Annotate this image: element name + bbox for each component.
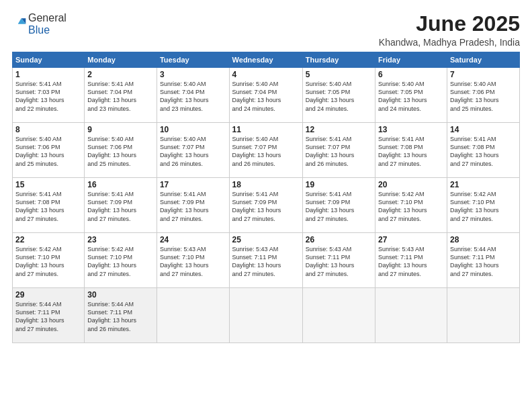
day-number: 20: [378, 180, 444, 189]
calendar-cell: 15Sunrise: 5:41 AMSunset: 7:08 PMDayligh…: [13, 178, 85, 233]
calendar-cell: 28Sunrise: 5:44 AMSunset: 7:11 PMDayligh…: [447, 233, 519, 288]
header: General Blue June 2025 Khandwa, Madhya P…: [12, 12, 520, 48]
calendar-cell: 26Sunrise: 5:43 AMSunset: 7:11 PMDayligh…: [302, 233, 375, 288]
logo-text: General Blue: [28, 12, 66, 36]
calendar-cell: 5Sunrise: 5:40 AMSunset: 7:05 PMDaylight…: [302, 68, 375, 123]
day-number: 11: [232, 125, 300, 134]
calendar-week-1: 1Sunrise: 5:41 AMSunset: 7:03 PMDaylight…: [13, 68, 520, 123]
day-detail: Sunrise: 5:41 AMSunset: 7:09 PMDaylight:…: [232, 190, 300, 223]
day-detail: Sunrise: 5:41 AMSunset: 7:09 PMDaylight:…: [160, 190, 226, 223]
calendar-cell: 14Sunrise: 5:41 AMSunset: 7:08 PMDayligh…: [447, 123, 519, 178]
calendar-cell: 7Sunrise: 5:40 AMSunset: 7:06 PMDaylight…: [447, 68, 519, 123]
day-number: 18: [232, 180, 300, 189]
day-detail: Sunrise: 5:40 AMSunset: 7:06 PMDaylight:…: [15, 135, 81, 168]
day-number: 6: [378, 70, 444, 79]
calendar-week-5: 29Sunrise: 5:44 AMSunset: 7:11 PMDayligh…: [13, 288, 520, 343]
calendar-cell: [229, 288, 302, 343]
day-number: 30: [87, 290, 154, 300]
day-number: 22: [15, 235, 81, 244]
day-detail: Sunrise: 5:41 AMSunset: 7:09 PMDaylight:…: [87, 190, 154, 223]
calendar-cell: 8Sunrise: 5:40 AMSunset: 7:06 PMDaylight…: [13, 123, 85, 178]
page: General Blue June 2025 Khandwa, Madhya P…: [0, 0, 532, 411]
location-title: Khandwa, Madhya Pradesh, India: [379, 37, 520, 48]
calendar-cell: 19Sunrise: 5:41 AMSunset: 7:09 PMDayligh…: [302, 178, 375, 233]
calendar-cell: 21Sunrise: 5:42 AMSunset: 7:10 PMDayligh…: [447, 178, 519, 233]
day-number: 24: [160, 235, 226, 244]
day-detail: Sunrise: 5:44 AMSunset: 7:11 PMDaylight:…: [15, 300, 81, 333]
day-detail: Sunrise: 5:44 AMSunset: 7:11 PMDaylight:…: [450, 245, 517, 278]
day-number: 4: [232, 70, 300, 79]
calendar-cell: 22Sunrise: 5:42 AMSunset: 7:10 PMDayligh…: [13, 233, 85, 288]
calendar-cell: 2Sunrise: 5:41 AMSunset: 7:04 PMDaylight…: [85, 68, 157, 123]
calendar-header-tuesday: Tuesday: [157, 52, 229, 68]
calendar-cell: 11Sunrise: 5:40 AMSunset: 7:07 PMDayligh…: [229, 123, 302, 178]
calendar-cell: [157, 288, 229, 343]
day-detail: Sunrise: 5:40 AMSunset: 7:06 PMDaylight:…: [87, 135, 154, 168]
day-detail: Sunrise: 5:43 AMSunset: 7:11 PMDaylight:…: [306, 245, 372, 278]
day-detail: Sunrise: 5:41 AMSunset: 7:04 PMDaylight:…: [87, 80, 154, 113]
calendar-cell: [375, 288, 447, 343]
day-detail: Sunrise: 5:40 AMSunset: 7:05 PMDaylight:…: [378, 80, 444, 113]
calendar-cell: 3Sunrise: 5:40 AMSunset: 7:04 PMDaylight…: [157, 68, 229, 123]
calendar-header-thursday: Thursday: [302, 52, 375, 68]
calendar-cell: 1Sunrise: 5:41 AMSunset: 7:03 PMDaylight…: [13, 68, 85, 123]
calendar-cell: 30Sunrise: 5:44 AMSunset: 7:11 PMDayligh…: [85, 288, 157, 343]
logo-general: General: [28, 12, 66, 24]
day-detail: Sunrise: 5:44 AMSunset: 7:11 PMDaylight:…: [87, 300, 154, 333]
calendar-cell: 24Sunrise: 5:43 AMSunset: 7:10 PMDayligh…: [157, 233, 229, 288]
day-detail: Sunrise: 5:41 AMSunset: 7:03 PMDaylight:…: [15, 80, 81, 113]
title-block: June 2025 Khandwa, Madhya Pradesh, India: [379, 12, 520, 48]
day-detail: Sunrise: 5:41 AMSunset: 7:07 PMDaylight:…: [306, 135, 372, 168]
day-number: 28: [450, 235, 517, 244]
calendar-cell: 6Sunrise: 5:40 AMSunset: 7:05 PMDaylight…: [375, 68, 447, 123]
day-detail: Sunrise: 5:40 AMSunset: 7:04 PMDaylight:…: [160, 80, 226, 113]
calendar-week-4: 22Sunrise: 5:42 AMSunset: 7:10 PMDayligh…: [13, 233, 520, 288]
day-number: 25: [232, 235, 300, 244]
calendar-cell: 23Sunrise: 5:42 AMSunset: 7:10 PMDayligh…: [85, 233, 157, 288]
calendar-header-monday: Monday: [85, 52, 157, 68]
calendar-cell: 12Sunrise: 5:41 AMSunset: 7:07 PMDayligh…: [302, 123, 375, 178]
day-number: 8: [15, 125, 81, 134]
day-detail: Sunrise: 5:42 AMSunset: 7:10 PMDaylight:…: [87, 245, 154, 278]
calendar-cell: 9Sunrise: 5:40 AMSunset: 7:06 PMDaylight…: [85, 123, 157, 178]
calendar-cell: 13Sunrise: 5:41 AMSunset: 7:08 PMDayligh…: [375, 123, 447, 178]
calendar-cell: [302, 288, 375, 343]
day-number: 12: [306, 125, 372, 134]
day-number: 10: [160, 125, 226, 134]
day-number: 26: [306, 235, 372, 244]
calendar-header-wednesday: Wednesday: [229, 52, 302, 68]
calendar-header-friday: Friday: [375, 52, 447, 68]
day-detail: Sunrise: 5:41 AMSunset: 7:08 PMDaylight:…: [450, 135, 517, 168]
calendar-table: SundayMondayTuesdayWednesdayThursdayFrid…: [12, 52, 520, 343]
day-number: 3: [160, 70, 226, 79]
logo-blue: Blue: [28, 24, 50, 36]
calendar-cell: 10Sunrise: 5:40 AMSunset: 7:07 PMDayligh…: [157, 123, 229, 178]
calendar-cell: [447, 288, 519, 343]
calendar-week-3: 15Sunrise: 5:41 AMSunset: 7:08 PMDayligh…: [13, 178, 520, 233]
day-detail: Sunrise: 5:40 AMSunset: 7:07 PMDaylight:…: [232, 135, 300, 168]
day-detail: Sunrise: 5:43 AMSunset: 7:11 PMDaylight:…: [378, 245, 444, 278]
calendar-cell: 18Sunrise: 5:41 AMSunset: 7:09 PMDayligh…: [229, 178, 302, 233]
day-number: 13: [378, 125, 444, 134]
day-detail: Sunrise: 5:41 AMSunset: 7:08 PMDaylight:…: [378, 135, 444, 168]
day-number: 17: [160, 180, 226, 189]
day-detail: Sunrise: 5:40 AMSunset: 7:05 PMDaylight:…: [306, 80, 372, 113]
day-detail: Sunrise: 5:42 AMSunset: 7:10 PMDaylight:…: [15, 245, 81, 278]
day-number: 29: [15, 290, 81, 300]
day-number: 9: [87, 125, 154, 134]
day-number: 23: [87, 235, 154, 244]
calendar-cell: 25Sunrise: 5:43 AMSunset: 7:11 PMDayligh…: [229, 233, 302, 288]
day-detail: Sunrise: 5:40 AMSunset: 7:06 PMDaylight:…: [450, 80, 517, 113]
day-number: 1: [15, 70, 81, 79]
day-detail: Sunrise: 5:41 AMSunset: 7:09 PMDaylight:…: [306, 190, 372, 223]
calendar-header-sunday: Sunday: [13, 52, 85, 68]
calendar-cell: 16Sunrise: 5:41 AMSunset: 7:09 PMDayligh…: [85, 178, 157, 233]
calendar-cell: 27Sunrise: 5:43 AMSunset: 7:11 PMDayligh…: [375, 233, 447, 288]
day-number: 19: [306, 180, 372, 189]
logo: General Blue: [12, 12, 66, 36]
day-number: 7: [450, 70, 517, 79]
day-number: 27: [378, 235, 444, 244]
calendar-cell: 4Sunrise: 5:40 AMSunset: 7:04 PMDaylight…: [229, 68, 302, 123]
day-detail: Sunrise: 5:42 AMSunset: 7:10 PMDaylight:…: [450, 190, 517, 223]
day-detail: Sunrise: 5:43 AMSunset: 7:10 PMDaylight:…: [160, 245, 226, 278]
